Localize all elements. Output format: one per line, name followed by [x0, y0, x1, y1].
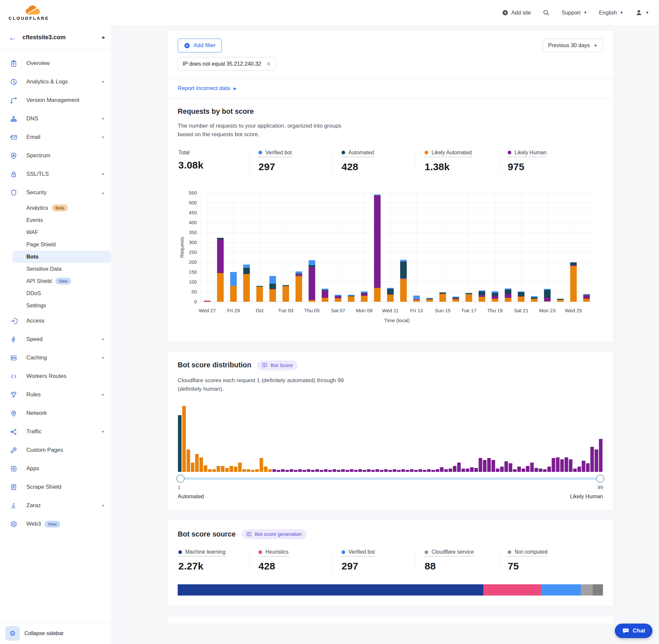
sidebar-item-label: Events — [26, 217, 43, 223]
svg-text:Wed 27: Wed 27 — [199, 308, 216, 313]
sidebar-item-api-shield[interactable]: API ShieldNew — [0, 275, 112, 287]
language-menu[interactable]: English▼ — [599, 9, 623, 16]
slider-handle-max[interactable] — [596, 475, 604, 483]
stat-label[interactable]: Verified bot — [342, 549, 375, 557]
login-icon — [10, 317, 18, 325]
support-menu[interactable]: Support▼ — [561, 9, 587, 16]
add-site-button[interactable]: Add site — [502, 9, 531, 16]
sidebar-item-speed[interactable]: Speed▾ — [0, 330, 112, 348]
badge-new: New — [45, 521, 60, 528]
brand-wordmark: CLOUDFLARE — [8, 16, 51, 21]
bot-score-docs-pill[interactable]: Bot Score — [257, 361, 297, 370]
chevron-down-icon: ▾ — [102, 503, 104, 508]
sidebar-item-apps[interactable]: Apps — [0, 459, 112, 478]
slider-handle-min[interactable] — [176, 475, 185, 483]
chevron-up-icon: ▴ — [102, 190, 104, 195]
sidebar-item-events[interactable]: Events — [0, 214, 112, 226]
sidebar-nav: OverviewAnalytics & Logs▾Version Managem… — [0, 50, 112, 622]
sidebar-item-web3[interactable]: Web3New — [0, 515, 112, 533]
stat-label[interactable]: Cloudflare service — [425, 549, 474, 557]
bot-score-generation-docs-pill[interactable]: Bot score generation — [242, 529, 307, 539]
sidebar-item-caching[interactable]: Caching▾ — [0, 348, 112, 367]
chevron-down-icon: ▾ — [102, 392, 104, 397]
stat-value: 3.08k — [178, 160, 240, 171]
stat-value: 1.38k — [425, 161, 490, 172]
sidebar-item-traffic[interactable]: Traffic▾ — [0, 422, 112, 441]
sidebar-item-bots[interactable]: Bots — [12, 251, 111, 263]
stat-label[interactable]: Verified bot — [258, 150, 292, 157]
sidebar-item-label: Analytics & Logs — [26, 78, 93, 85]
section-title: Bot score distribution — [178, 361, 251, 369]
slider-track[interactable] — [178, 478, 602, 480]
requests-card: Add filter Previous 30 days▼ IP does not… — [167, 30, 614, 342]
sidebar-item-custom-pages[interactable]: Custom Pages — [0, 441, 112, 459]
report-incorrect-data-link[interactable]: Report incorrect data▶ — [167, 79, 613, 98]
sidebar-item-label: Overview — [26, 60, 104, 67]
filter-chip[interactable]: IP does not equal 35.212.240.32 — [178, 57, 276, 71]
sidebar-item-security[interactable]: Security▴ — [0, 183, 112, 202]
sidebar-item-ddos[interactable]: DDoS — [0, 287, 112, 299]
sidebar-item-version-management[interactable]: Version Management — [0, 91, 112, 110]
sidebar-item-page-shield[interactable]: Page Shield — [0, 238, 112, 251]
account-menu[interactable]: ▼ — [635, 9, 649, 16]
sidebar-item-access[interactable]: Access — [0, 312, 112, 330]
stat-value: 428 — [342, 161, 406, 172]
sidebar-item-label: WAF — [26, 229, 38, 235]
sidebar-item-zaraz[interactable]: Zaraz▾ — [0, 496, 112, 515]
stat-label[interactable]: Not computed — [508, 549, 547, 557]
collapse-sidebar-button[interactable]: Collapse sidebar — [24, 630, 64, 637]
funnel-icon — [10, 391, 18, 399]
search-button[interactable] — [543, 9, 549, 16]
gear-icon[interactable]: ⚙ — [5, 626, 20, 641]
sidebar-item-email[interactable]: Email▾ — [0, 128, 112, 146]
book-icon — [262, 362, 267, 368]
slider-left-caption: Automated — [178, 493, 204, 500]
pin-icon — [10, 410, 18, 417]
stat-label[interactable]: Machine learning — [178, 549, 226, 557]
sidebar-item-scrape-shield[interactable]: Scrape Shield — [0, 478, 112, 496]
sidebar-item-analytics[interactable]: AnalyticsBeta — [0, 202, 112, 214]
svg-text:Time (local): Time (local) — [384, 318, 410, 323]
add-filter-button[interactable]: Add filter — [178, 39, 222, 52]
back-arrow-icon[interactable]: ← — [8, 33, 17, 42]
stat-machine-learning: Machine learning2.27k — [178, 548, 250, 573]
sidebar-item-network[interactable]: Network — [0, 404, 112, 422]
sidebar-item-dns[interactable]: DNS▾ — [0, 110, 112, 128]
badge-beta: Beta — [52, 204, 68, 211]
network-icon — [10, 115, 18, 123]
stat-automated: Automated428 — [333, 148, 416, 174]
sidebar-item-settings[interactable]: Settings — [0, 299, 112, 312]
sidebar-item-waf[interactable]: WAF — [0, 226, 112, 238]
sidebar-item-overview[interactable]: Overview — [0, 54, 112, 72]
chat-button[interactable]: Chat — [615, 624, 653, 638]
time-range-select[interactable]: Previous 30 days▼ — [543, 39, 603, 52]
stat-total: Total3.08k — [178, 148, 250, 174]
close-icon[interactable] — [266, 61, 271, 67]
svg-text:500: 500 — [189, 200, 197, 205]
stat-label: Total — [178, 150, 190, 156]
legend-dot-icon — [508, 151, 511, 154]
chevron-right-icon[interactable]: ▶ — [102, 35, 105, 40]
sidebar-item-workers-routes[interactable]: Workers Routes — [0, 367, 112, 386]
stat-label[interactable]: Likely Automated — [425, 150, 472, 157]
legend-dot-icon — [425, 550, 428, 554]
source-bar-segment-cloudflare-service — [581, 584, 593, 596]
sidebar-item-spectrum[interactable]: Spectrum — [0, 146, 112, 165]
sidebar-item-ssl-tls[interactable]: SSL/TLS▾ — [0, 165, 112, 183]
badge-new: New — [55, 278, 71, 284]
stat-label[interactable]: Likely Human — [508, 150, 547, 157]
stat-label[interactable]: Heuristics — [258, 549, 288, 557]
section-title: Requests by bot score — [178, 108, 603, 116]
sidebar-item-sensitive-data[interactable]: Sensitive Data — [0, 263, 112, 275]
stat-label[interactable]: Automated — [342, 150, 374, 157]
zaraz-icon — [10, 502, 18, 509]
stat-verified-bot: Verified bot297 — [333, 548, 416, 573]
app-icon — [10, 465, 18, 473]
source-stats: Machine learning2.27kHeuristics428Verifi… — [178, 548, 603, 573]
sidebar-item-rules[interactable]: Rules▾ — [0, 386, 112, 404]
legend-dot-icon — [425, 151, 428, 154]
sidebar-item-label: DDoS — [26, 290, 41, 296]
legend-dot-icon — [258, 151, 262, 154]
svg-text:450: 450 — [189, 210, 197, 215]
sidebar-item-analytics-logs[interactable]: Analytics & Logs▾ — [0, 72, 112, 91]
